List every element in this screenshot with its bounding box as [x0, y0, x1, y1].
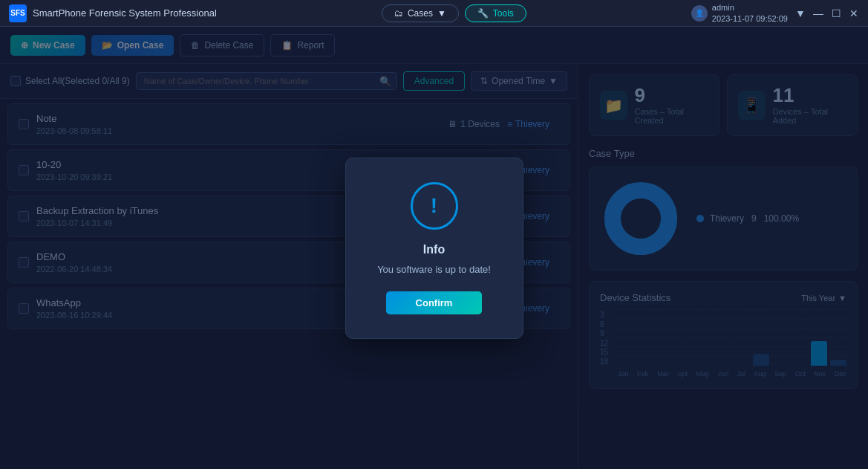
info-modal: ! Info You software is up to date! Confi…	[345, 158, 523, 339]
titlebar-center: 🗂 Cases ▼ 🔧 Tools	[382, 4, 526, 22]
settings-icon[interactable]: ▼	[795, 8, 806, 19]
modal-overlay: ! Info You software is up to date! Confi…	[0, 27, 868, 469]
minimize-button[interactable]: —	[813, 8, 823, 19]
tools-icon: 🔧	[477, 8, 489, 19]
cases-button[interactable]: 🗂 Cases ▼	[382, 4, 459, 22]
confirm-button[interactable]: Confirm	[386, 291, 483, 314]
modal-message: You software is up to date!	[377, 264, 491, 275]
app-title: SmartPhone Forensic System Professional	[33, 7, 217, 19]
user-details: admin 2023-11-07 09:52:09	[712, 2, 788, 24]
modal-icon-ring: !	[411, 182, 458, 230]
cases-dropdown-icon: ▼	[437, 8, 446, 19]
maximize-button[interactable]: ☐	[831, 8, 841, 19]
titlebar-right: 👤 admin 2023-11-07 09:52:09 ▼ — ☐ ✕	[691, 2, 859, 24]
modal-title: Info	[423, 243, 445, 256]
exclamation-icon: !	[431, 194, 437, 218]
close-button[interactable]: ✕	[849, 8, 859, 19]
user-datetime: 2023-11-07 09:52:09	[712, 13, 788, 24]
app-logo: SFS	[9, 4, 27, 22]
tools-button[interactable]: 🔧 Tools	[465, 4, 526, 22]
cases-icon: 🗂	[394, 8, 403, 19]
username: admin	[712, 2, 788, 13]
titlebar-left: SFS SmartPhone Forensic System Professio…	[9, 4, 217, 22]
titlebar: SFS SmartPhone Forensic System Professio…	[0, 0, 868, 27]
avatar: 👤	[691, 5, 708, 22]
user-info: 👤 admin 2023-11-07 09:52:09	[691, 2, 788, 24]
